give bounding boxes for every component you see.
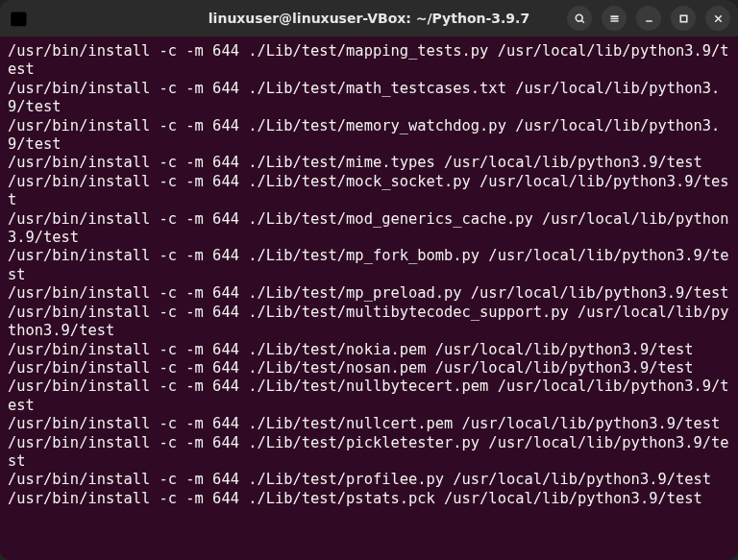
terminal-line: /usr/bin/install -c -m 644 ./Lib/test/ma…: [8, 80, 730, 117]
terminal-line: /usr/bin/install -c -m 644 ./Lib/test/mo…: [8, 210, 730, 248]
terminal-line: /usr/bin/install -c -m 644 ./Lib/test/ps…: [8, 490, 730, 508]
svg-line-4: [581, 20, 583, 22]
terminal-line: /usr/bin/install -c -m 644 ./Lib/test/ma…: [8, 42, 730, 80]
terminal-line: /usr/bin/install -c -m 644 ./Lib/test/mp…: [8, 284, 730, 303]
terminal-line: /usr/bin/install -c -m 644 ./Lib/test/pr…: [8, 471, 730, 489]
menu-button[interactable]: [602, 6, 627, 31]
terminal-line: /usr/bin/install -c -m 644 ./Lib/test/nu…: [8, 377, 730, 415]
terminal-line: /usr/bin/install -c -m 644 ./Lib/test/mu…: [8, 304, 730, 341]
terminal-line: /usr/bin/install -c -m 644 ./Lib/test/no…: [8, 341, 730, 359]
terminal-line: /usr/bin/install -c -m 644 ./Lib/test/mp…: [8, 247, 730, 284]
terminal-window: linuxuser@linuxuser-VBox: ~/Python-3.9.7…: [0, 0, 738, 560]
terminal-line: /usr/bin/install -c -m 644 ./Lib/test/no…: [8, 359, 730, 377]
terminal-line: /usr/bin/install -c -m 644 ./Lib/test/nu…: [8, 415, 730, 433]
close-button[interactable]: [705, 6, 730, 31]
new-tab-button[interactable]: [8, 6, 33, 31]
svg-point-3: [576, 14, 582, 21]
titlebar[interactable]: linuxuser@linuxuser-VBox: ~/Python-3.9.7: [0, 0, 738, 37]
terminal-output[interactable]: /usr/bin/install -c -m 644 ./Lib/test/ma…: [0, 37, 738, 560]
svg-rect-9: [680, 15, 687, 22]
terminal-line: /usr/bin/install -c -m 644 ./Lib/test/pi…: [8, 434, 730, 472]
terminal-line: /usr/bin/install -c -m 644 ./Lib/test/mo…: [8, 173, 730, 210]
minimize-button[interactable]: [636, 6, 661, 31]
maximize-button[interactable]: [671, 6, 696, 31]
terminal-line: /usr/bin/install -c -m 644 ./Lib/test/mi…: [8, 154, 730, 172]
search-button[interactable]: [567, 6, 592, 31]
svg-rect-0: [11, 12, 26, 27]
terminal-line: /usr/bin/install -c -m 644 ./Lib/test/me…: [8, 117, 730, 155]
